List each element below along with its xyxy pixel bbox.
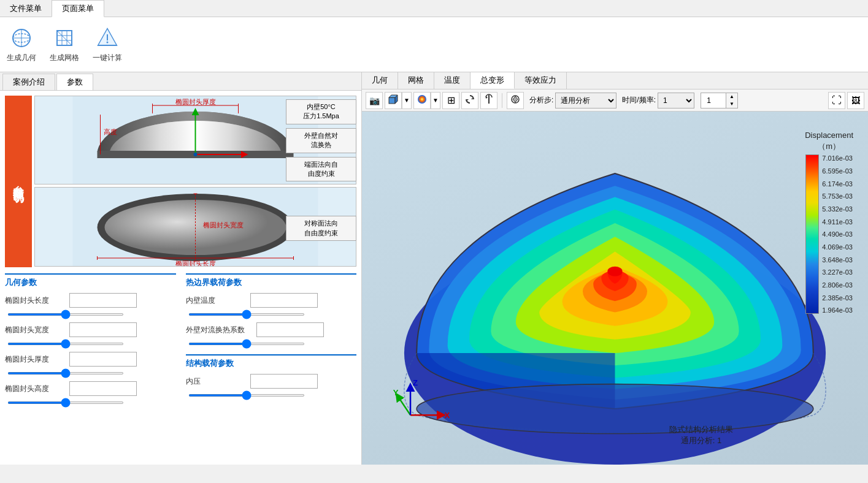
legend-gradient — [805, 154, 819, 314]
tab-params[interactable]: 参数 — [56, 74, 93, 90]
annot-sym-constraint: 对称面法向自由度约束 — [286, 216, 356, 241]
thermal-title: 热边界载荷参数 — [186, 273, 357, 288]
param-height-slider[interactable] — [7, 401, 124, 404]
view-tab-deform[interactable]: 总变形 — [470, 72, 515, 89]
param-thickness-input[interactable]: 24 — [69, 352, 137, 367]
legend-val-7: 4.069e-03 — [822, 243, 853, 251]
param-length-label: 椭圆封头长度 — [5, 295, 69, 306]
analysis-step-select[interactable]: 通用分析 — [555, 93, 616, 108]
param-width-input[interactable]: 375 mm — [69, 322, 137, 337]
legend-val-5: 4.911e-03 — [822, 218, 853, 226]
svg-line-9 — [57, 31, 72, 45]
btn-color[interactable] — [413, 92, 431, 109]
param-inner-temp-slider[interactable] — [188, 313, 305, 316]
menu-bar: 文件菜单 页面菜单 — [0, 0, 868, 17]
param-height-input[interactable]: 50 — [69, 381, 137, 396]
3d-shape-svg: X Y Z — [362, 112, 868, 465]
parameters-section: 几何参数 椭圆封头长度 750 mm 椭圆封头宽度 375 mm — [5, 273, 356, 411]
btn-rotate[interactable] — [461, 92, 478, 109]
view-toolbar: 📷 ▼ ▼ ⊞ — [362, 89, 868, 112]
svg-text:高度: 高度 — [104, 128, 117, 135]
thermal-structural-params: 热边界载荷参数 内壁温度 323 K 外壁对流换热系数 50 — [186, 273, 357, 411]
btn-view-dropdown[interactable]: ▼ — [402, 92, 412, 109]
legend-val-1: 6.595e-03 — [822, 167, 853, 175]
toolbar-btn-geometry[interactable]: 生成几何 — [6, 26, 37, 63]
legend-title: Displacement（m） — [805, 130, 853, 152]
view-tab-geometry[interactable]: 几何 — [362, 72, 398, 89]
param-pressure-label: 内压 — [186, 376, 250, 387]
param-convection-slider[interactable] — [188, 343, 305, 345]
step-num-input[interactable]: 1 — [701, 93, 726, 108]
analysis-result-label: 隐式结构分析结果 通用分析: 1 — [669, 424, 733, 446]
legend-val-6: 4.490e-03 — [822, 230, 853, 238]
analysis-step-label: 分析步: — [529, 95, 553, 105]
toolbar-mesh-label: 生成网格 — [50, 53, 79, 63]
geometry-title: 几何参数 — [5, 273, 176, 288]
param-height-label: 椭圆封头高度 — [5, 384, 69, 394]
svg-rect-44 — [389, 97, 395, 104]
param-inner-temp-input[interactable]: 323 K — [250, 293, 318, 308]
toolbar-calc-label: 一键计算 — [93, 53, 122, 63]
param-inner-temp-label: 内壁温度 — [186, 295, 250, 306]
time-freq-label: 时间/频率: — [622, 95, 656, 105]
view-tab-stress[interactable]: 等效应力 — [515, 72, 567, 89]
left-tabs: 案例介绍 参数 — [0, 72, 361, 91]
step-up-btn[interactable]: ▲ — [726, 93, 737, 101]
param-length-input[interactable]: 750 mm — [69, 293, 137, 308]
svg-text:Z: Z — [413, 378, 418, 387]
btn-camera[interactable]: 📷 — [366, 92, 383, 109]
btn-fullscreen[interactable]: ⛶ — [828, 92, 845, 109]
btn-axis-rotate[interactable] — [480, 92, 497, 109]
btn-reset-view[interactable] — [507, 92, 524, 109]
menu-page[interactable]: 页面菜单 — [52, 0, 104, 17]
param-thickness-label: 椭圆封头厚度 — [5, 354, 69, 365]
param-convection: 外壁对流换热系数 50 — [186, 322, 357, 347]
toolbar: 生成几何 生成网格 一键计算 — [0, 17, 868, 72]
btn-view-cube[interactable] — [385, 92, 402, 109]
annot-end-constraint: 端面法向自由度约束 — [286, 157, 356, 182]
step-down-btn[interactable]: ▼ — [726, 101, 737, 108]
param-convection-input[interactable]: 50 — [256, 322, 324, 337]
time-freq-select[interactable]: 1 — [658, 93, 694, 108]
param-width: 椭圆封头宽度 375 mm — [5, 322, 176, 347]
analysis-result-line2: 通用分析: 1 — [669, 435, 733, 446]
view-tabs: 几何 网格 温度 总变形 等效应力 — [362, 72, 868, 89]
svg-point-55 — [607, 267, 622, 276]
mesh-icon — [52, 26, 77, 50]
svg-text:椭圆封头厚度: 椭圆封头厚度 — [175, 98, 216, 105]
legend-val-2: 6.174e-03 — [822, 180, 853, 188]
param-height: 椭圆封头高度 50 — [5, 381, 176, 406]
legend-val-9: 3.227e-03 — [822, 268, 853, 276]
tab-intro[interactable]: 案例介绍 — [2, 74, 55, 90]
viewport-3d[interactable]: X Y Z Displacement（m） 7.016e-03 — [362, 112, 868, 465]
svg-marker-51 — [486, 96, 488, 99]
toolbar-btn-calc[interactable]: 一键计算 — [92, 26, 123, 63]
view-tab-mesh[interactable]: 网格 — [398, 72, 434, 89]
step-counter: 1 ▲ ▼ — [701, 93, 738, 108]
btn-screenshot[interactable]: 🖼 — [847, 92, 864, 109]
diagram-section: 参数说明 — [5, 96, 356, 267]
legend-val-8: 3.648e-03 — [822, 256, 853, 264]
toolbar-btn-mesh[interactable]: 生成网格 — [49, 26, 80, 63]
param-width-label: 椭圆封头宽度 — [5, 325, 69, 335]
btn-fitview[interactable]: ⊞ — [442, 92, 459, 109]
svg-text:Y: Y — [393, 388, 399, 397]
param-width-slider[interactable] — [7, 343, 124, 345]
param-thickness-slider[interactable] — [7, 372, 124, 375]
legend-val-4: 5.332e-03 — [822, 205, 853, 213]
legend-val-10: 2.806e-03 — [822, 281, 853, 289]
color-legend: Displacement（m） 7.016e-03 6.595e-03 6.17… — [805, 130, 853, 314]
menu-file[interactable]: 文件菜单 — [0, 1, 52, 17]
annot-inner-wall: 内壁50°C压力1.5Mpa — [286, 99, 356, 124]
param-label: 参数说明 — [5, 96, 32, 267]
btn-color-dropdown[interactable]: ▼ — [431, 92, 440, 109]
param-convection-label: 外壁对流换热系数 — [186, 325, 256, 335]
toolbar-geometry-label: 生成几何 — [7, 53, 36, 63]
svg-point-26 — [194, 153, 198, 156]
param-pressure-slider[interactable] — [188, 394, 305, 397]
param-pressure: 内压 15000000 — [186, 374, 357, 398]
param-length-slider[interactable] — [7, 313, 124, 316]
param-pressure-input[interactable]: 15000000 — [250, 374, 318, 389]
param-thickness: 椭圆封头厚度 24 — [5, 352, 176, 376]
view-tab-temp[interactable]: 温度 — [434, 72, 470, 89]
